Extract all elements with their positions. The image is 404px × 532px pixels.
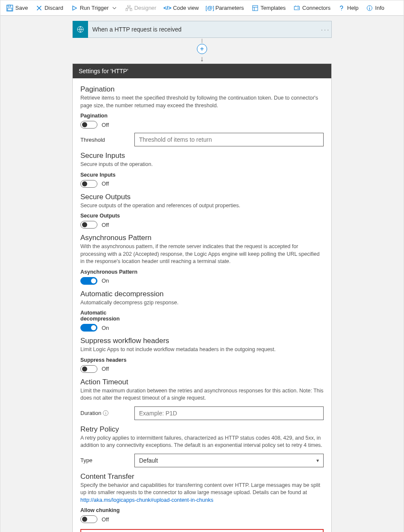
secure-outputs-state: Off [102,222,109,228]
secure-inputs-desc: Secure inputs of the operation. [80,161,324,169]
info-icon [366,5,373,11]
secure-inputs-state: Off [102,180,109,187]
trigger-card[interactable]: When a HTTP request is received · · · [72,21,332,38]
help-icon [338,5,345,11]
arrow-down-icon: ↓ [200,55,204,63]
secure-inputs-toggle[interactable] [80,180,97,188]
discard-label: Discard [45,5,63,11]
timeout-title: Action Timeout [80,378,324,386]
decomp-state: On [102,325,109,331]
designer-canvas: When a HTTP request is received · · · + … [0,16,404,532]
decomp-label: Automatic decompression [80,310,127,322]
content-transfer-title: Content Transfer [80,472,324,481]
code-view-button[interactable]: </> Code view [161,0,202,16]
decomp-title: Automatic decompression [80,290,324,298]
info-label: Info [375,5,384,11]
parameters-button[interactable]: [@] Parameters [203,0,247,16]
discard-button[interactable]: Discard [32,0,67,16]
decomp-toggle[interactable] [80,324,97,332]
connectors-icon [293,5,300,11]
connectors-button[interactable]: Connectors [290,0,334,16]
svg-rect-6 [253,6,258,11]
async-desc: With the asynchronous pattern, if the re… [80,243,324,266]
save-button[interactable]: Save [3,0,31,16]
chunking-label: Allow chunking [80,507,324,513]
designer-icon [125,5,132,11]
threshold-input[interactable] [134,133,324,146]
retry-type-value: Default [139,457,158,464]
secure-inputs-label: Secure Inputs [80,172,324,178]
templates-icon [252,5,259,11]
pagination-state: Off [102,122,109,128]
svg-rect-3 [128,5,130,7]
pagination-desc: Retrieve items to meet the specified thr… [80,94,324,109]
suppress-title: Suppress workflow headers [80,337,324,345]
async-title: Asynchronous Pattern [80,234,324,242]
secure-inputs-title: Secure Inputs [80,152,324,160]
trigger-title: When a HTTP request is received [88,26,319,33]
play-icon [71,5,78,11]
retry-desc: A retry policy applies to intermittent f… [80,435,324,449]
pagination-toggle[interactable] [80,121,97,129]
svg-rect-4 [125,9,128,11]
async-toggle[interactable] [80,277,97,285]
http-trigger-icon [73,21,88,38]
info-icon[interactable]: i [103,410,108,416]
secure-outputs-desc: Secure outputs of the operation and refe… [80,202,324,210]
settings-panel: Settings for 'HTTP' Pagination Retrieve … [72,63,332,532]
parameters-icon: [@] [206,5,213,11]
secure-outputs-title: Secure Outputs [80,193,324,201]
svg-rect-2 [8,8,12,11]
retry-type-label: Type [80,457,129,463]
chunking-toggle[interactable] [80,515,97,523]
suppress-desc: Limit Logic Apps to not include workflow… [80,346,324,354]
suppress-toggle[interactable] [80,365,97,373]
more-icon[interactable]: · · · [319,26,331,33]
connector-line: + ↓ [197,39,207,63]
chevron-down-icon: ▾ [316,458,319,463]
tracked-properties-box: Tracked Properties MyCustomTrackedProper… [80,529,324,532]
help-label: Help [347,5,358,11]
run-trigger-button[interactable]: Run Trigger [68,0,121,16]
suppress-label: Suppress headers [80,357,324,363]
chevron-down-icon [111,5,118,11]
retry-title: Retry Policy [80,425,324,434]
connectors-label: Connectors [302,5,330,11]
close-icon [36,5,43,11]
templates-button[interactable]: Templates [248,0,289,16]
secure-outputs-label: Secure Outputs [80,213,324,219]
content-transfer-desc: Specify the behavior and capabilities fo… [80,482,324,504]
decomp-desc: Automatically decompress gzip response. [80,299,324,307]
settings-header: Settings for 'HTTP' [73,64,331,78]
secure-outputs-toggle[interactable] [80,221,97,229]
parameters-label: Parameters [215,5,244,11]
designer-button[interactable]: Designer [122,0,160,16]
async-label: Asynchronous Pattern [80,269,324,275]
designer-label: Designer [134,5,156,11]
code-icon: </> [164,5,171,11]
svg-rect-1 [8,5,11,7]
info-button[interactable]: Info [363,0,388,16]
content-transfer-link[interactable]: http://aka.ms/logicapps-chunk#upload-con… [80,497,213,503]
threshold-label: Threshold [80,137,129,143]
pagination-title: Pagination [80,85,324,94]
pagination-label: Pagination [80,113,324,119]
duration-input[interactable] [134,406,324,420]
svg-point-11 [369,6,370,7]
templates-label: Templates [261,5,286,11]
async-state: On [102,277,109,284]
duration-label: Duration i [80,410,129,416]
toolbar: Save Discard Run Trigger Designer </> Co… [0,0,404,16]
save-label: Save [15,5,28,11]
save-icon [6,5,13,11]
suppress-state: Off [102,366,109,372]
retry-type-select[interactable]: Default ▾ [134,454,324,467]
timeout-desc: Limit the maximum duration between the r… [80,387,324,402]
svg-rect-5 [130,9,132,11]
run-trigger-label: Run Trigger [80,5,109,11]
code-view-label: Code view [173,5,199,11]
help-button[interactable]: Help [335,0,362,16]
add-step-button[interactable]: + [197,44,207,54]
chunking-state: Off [102,516,109,523]
